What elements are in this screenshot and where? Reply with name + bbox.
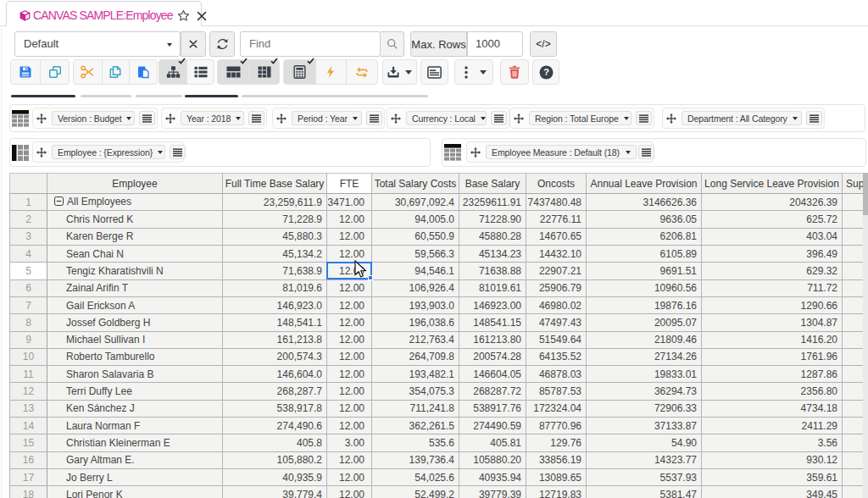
svg-text:?: ?	[543, 67, 549, 77]
